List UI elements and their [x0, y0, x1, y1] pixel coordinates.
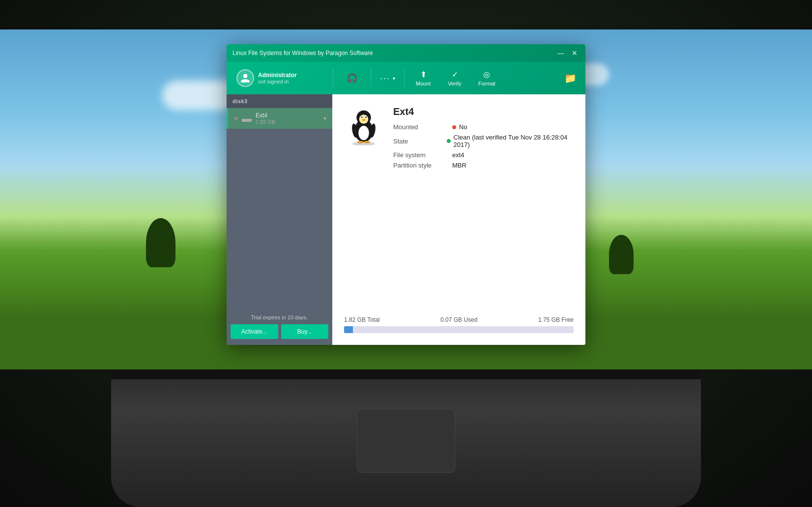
user-icon — [240, 73, 251, 84]
title-bar: Linux File Systems for Windows by Parago… — [227, 44, 585, 62]
mounted-value: No — [452, 123, 467, 131]
mount-icon: ⬆ — [420, 70, 427, 79]
main-content: disk3 ▬ Ext4 1.82 GB ▾ Trial expires in … — [227, 94, 585, 345]
storage-total: 1.82 GB Total — [344, 316, 380, 323]
app-window: Linux File Systems for Windows by Parago… — [227, 44, 585, 345]
svg-point-8 — [362, 116, 362, 117]
toolbar-separator-3 — [404, 68, 405, 88]
folder-button[interactable]: 📁 — [559, 65, 581, 91]
minimize-button[interactable]: — — [556, 48, 566, 58]
more-icon: ··· — [380, 73, 390, 84]
more-button[interactable]: ··· ▾ — [375, 65, 400, 91]
partition-icon — [344, 106, 383, 145]
tree-decoration-1 — [146, 218, 175, 267]
title-bar-controls: — ✕ — [556, 48, 580, 58]
detail-panel: Ext4 Mounted No State Clean (last verifi… — [332, 94, 585, 345]
folder-icon: 📁 — [564, 72, 577, 84]
mount-label: Mount — [416, 81, 431, 86]
user-info: Administrator not signed in — [258, 72, 297, 84]
disk-dot — [234, 116, 238, 120]
close-button[interactable]: ✕ — [570, 48, 580, 58]
user-status: not signed in — [258, 79, 297, 84]
trial-notice: Trial expires in 10 days. — [227, 310, 332, 324]
state-value: Clean (last verified Tue Nov 28 16:28:04… — [447, 134, 574, 148]
partition-style-row: Partition style MBR — [393, 162, 574, 169]
more-chevron: ▾ — [393, 76, 395, 81]
sidebar-item-ext4[interactable]: ▬ Ext4 1.82 GB ▾ — [227, 108, 332, 129]
partition-details: Ext4 Mounted No State Clean (last verifi… — [393, 106, 574, 172]
verify-label: Verify — [448, 81, 462, 86]
filesystem-label: File system — [393, 151, 452, 159]
disk-info: Ext4 1.82 GB — [256, 112, 319, 125]
state-status-dot — [447, 139, 450, 143]
storage-used: 0.07 GB Used — [440, 316, 477, 323]
partition-name: Ext4 — [393, 106, 574, 117]
toolbar: Administrator not signed in 🎧 ··· ▾ ⬆ Mo… — [227, 62, 585, 94]
user-section: Administrator not signed in — [231, 67, 329, 89]
partition-style-value: MBR — [452, 162, 466, 169]
verify-button[interactable]: ✓ Verify — [440, 65, 469, 91]
laptop-hinge — [111, 369, 701, 379]
mounted-status-dot — [452, 125, 456, 129]
title-bar-text: Linux File Systems for Windows by Parago… — [232, 50, 556, 56]
disk-size: 1.82 GB — [256, 119, 319, 125]
sidebar: disk3 ▬ Ext4 1.82 GB ▾ Trial expires in … — [227, 94, 332, 345]
disk-header: disk3 — [227, 94, 332, 108]
sidebar-empty-area — [227, 129, 332, 310]
activate-button[interactable]: Activate... — [231, 324, 278, 339]
storage-bar-used — [344, 326, 353, 333]
storage-section: 1.82 GB Total 0.07 GB Used 1.75 GB Free — [344, 316, 574, 333]
svg-point-9 — [366, 116, 366, 117]
filesystem-row: File system ext4 — [393, 151, 574, 159]
svg-point-10 — [362, 119, 366, 121]
svg-point-15 — [352, 142, 376, 145]
disk-name: Ext4 — [256, 112, 319, 119]
partition-style-label: Partition style — [393, 162, 452, 169]
support-button[interactable]: 🎧 — [337, 65, 367, 91]
partition-header: Ext4 Mounted No State Clean (last verifi… — [344, 106, 574, 172]
mounted-row: Mounted No — [393, 123, 574, 131]
format-button[interactable]: ◎ Format — [471, 65, 502, 91]
storage-labels: 1.82 GB Total 0.07 GB Used 1.75 GB Free — [344, 316, 574, 323]
format-icon: ◎ — [483, 70, 490, 79]
filesystem-value: ext4 — [452, 151, 464, 159]
headset-icon: 🎧 — [347, 73, 357, 84]
tux-penguin-icon — [347, 106, 381, 145]
storage-free: 1.75 GB Free — [538, 316, 574, 323]
disk-arrow-icon: ▾ — [323, 115, 326, 122]
state-label: State — [393, 138, 447, 145]
user-avatar — [236, 69, 254, 87]
disk-drive-icon: ▬ — [242, 113, 252, 124]
toolbar-separator-2 — [371, 68, 371, 88]
format-label: Format — [478, 81, 495, 86]
buy-button[interactable]: Buy... — [281, 324, 329, 339]
trial-buttons: Activate... Buy... — [227, 324, 332, 345]
laptop-frame — [111, 369, 701, 507]
mounted-label: Mounted — [393, 123, 452, 131]
verify-icon: ✓ — [452, 70, 458, 79]
storage-bar — [344, 326, 574, 333]
state-row: State Clean (last verified Tue Nov 28 16… — [393, 134, 574, 148]
laptop-touchpad — [357, 409, 455, 473]
toolbar-separator-1 — [333, 68, 333, 88]
tree-decoration-2 — [609, 235, 634, 274]
svg-point-1 — [358, 126, 369, 140]
mount-button[interactable]: ⬆ Mount — [408, 65, 438, 91]
user-name: Administrator — [258, 72, 297, 79]
trial-notice-text: Trial expires in 10 days. — [251, 314, 308, 320]
